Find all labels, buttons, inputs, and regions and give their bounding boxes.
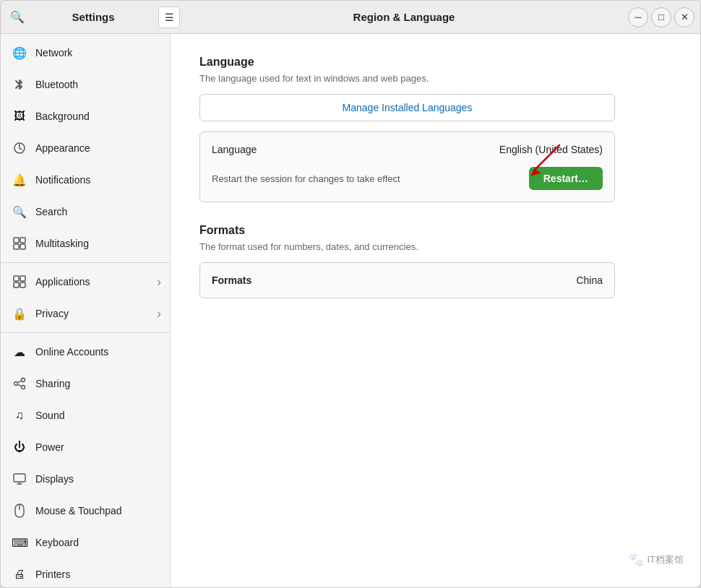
svg-point-11 — [22, 386, 25, 389]
language-section-desc: The language used for text in windows an… — [199, 73, 671, 84]
sidebar-item-search[interactable]: 🔍 Search — [1, 196, 170, 228]
sidebar-label-keyboard: Keyboard — [35, 537, 79, 548]
printers-icon: 🖨 — [12, 567, 27, 581]
keyboard-icon: ⌨ — [12, 535, 27, 550]
titlebar-center: Region & Language — [180, 11, 628, 23]
sidebar-label-appearance: Appearance — [35, 142, 90, 154]
sharing-icon — [12, 376, 27, 391]
sidebar-label-power: Power — [35, 441, 64, 453]
notifications-icon: 🔔 — [12, 173, 27, 187]
menu-icon: ☰ — [165, 12, 174, 23]
close-button[interactable]: ✕ — [674, 7, 694, 27]
sidebar-label-search: Search — [35, 206, 67, 217]
formats-section-desc: The format used for numbers, dates, and … — [199, 241, 671, 252]
language-section-title: Language — [199, 56, 671, 69]
main-area: 🌐 Network Bluetooth 🖼 Background — [1, 34, 700, 587]
sidebar: 🌐 Network Bluetooth 🖼 Background — [1, 34, 171, 587]
sidebar-item-notifications[interactable]: 🔔 Notifications — [1, 164, 170, 196]
sidebar-item-privacy[interactable]: 🔒 Privacy — [1, 298, 170, 329]
settings-title-label: Settings — [33, 11, 154, 23]
svg-rect-2 — [20, 238, 25, 243]
svg-rect-3 — [14, 244, 19, 249]
formats-row-value: China — [576, 274, 603, 286]
bluetooth-icon — [12, 77, 27, 92]
applications-icon — [12, 274, 27, 289]
close-icon: ✕ — [681, 12, 689, 22]
sidebar-item-sound[interactable]: ♫ Sound — [1, 399, 170, 431]
background-icon: 🖼 — [12, 109, 27, 124]
sidebar-divider-1 — [1, 262, 170, 263]
sidebar-item-power[interactable]: ⏻ Power — [1, 431, 170, 463]
svg-rect-14 — [14, 474, 25, 482]
titlebar-right: ─ □ ✕ — [628, 7, 694, 27]
content-area: Language The language used for text in w… — [171, 34, 700, 587]
restart-row: Restart the session for changes to take … — [212, 167, 603, 190]
manage-languages-button[interactable]: Manage Installed Languages — [199, 94, 615, 121]
svg-rect-5 — [14, 276, 19, 281]
sidebar-item-multitasking[interactable]: Multitasking — [1, 228, 170, 259]
search-icon: 🔍 — [10, 10, 25, 24]
formats-row: Formats China — [212, 274, 603, 286]
appearance-icon — [12, 141, 27, 155]
sidebar-label-applications: Applications — [35, 276, 90, 287]
svg-rect-4 — [20, 244, 25, 249]
sidebar-label-printers: Printers — [35, 568, 70, 580]
sidebar-item-background[interactable]: 🖼 Background — [1, 100, 170, 132]
language-row-value: English (United States) — [499, 144, 603, 155]
svg-rect-6 — [20, 276, 25, 281]
online-accounts-icon: ☁ — [12, 345, 27, 359]
sidebar-item-mouse-touchpad[interactable]: Mouse & Touchpad — [1, 495, 170, 527]
sidebar-item-displays[interactable]: Displays — [1, 463, 170, 495]
sidebar-label-bluetooth: Bluetooth — [35, 79, 78, 90]
sidebar-label-online-accounts: Online Accounts — [35, 346, 108, 358]
minimize-icon: ─ — [635, 12, 641, 22]
titlebar: 🔍 Settings ☰ Region & Language ─ □ ✕ — [1, 1, 700, 34]
sidebar-label-sound: Sound — [35, 410, 64, 421]
language-row-label: Language — [212, 144, 257, 155]
svg-rect-7 — [14, 282, 19, 287]
sidebar-label-multitasking: Multitasking — [35, 238, 89, 249]
minimize-button[interactable]: ─ — [628, 7, 648, 27]
settings-window: 🔍 Settings ☰ Region & Language ─ □ ✕ — [0, 0, 701, 588]
sidebar-item-appearance[interactable]: Appearance — [1, 132, 170, 164]
formats-section-title: Formats — [199, 224, 671, 237]
sidebar-item-keyboard[interactable]: ⌨ Keyboard — [1, 527, 170, 558]
formats-row-label: Formats — [212, 274, 251, 286]
sidebar-label-privacy: Privacy — [35, 308, 69, 319]
power-icon: ⏻ — [12, 440, 27, 454]
formats-box: Formats China — [199, 262, 615, 298]
svg-line-13 — [17, 384, 22, 386]
sidebar-label-notifications: Notifications — [35, 174, 90, 186]
svg-rect-8 — [20, 282, 25, 287]
maximize-button[interactable]: □ — [651, 7, 671, 27]
maximize-icon: □ — [658, 12, 664, 22]
svg-point-10 — [14, 382, 18, 386]
privacy-icon: 🔒 — [12, 306, 27, 321]
svg-point-9 — [22, 379, 25, 382]
sidebar-label-network: Network — [35, 47, 72, 59]
sidebar-label-sharing: Sharing — [35, 378, 70, 389]
menu-button[interactable]: ☰ — [158, 7, 180, 28]
search-sidebar-icon: 🔍 — [12, 204, 27, 219]
mouse-icon — [12, 503, 27, 518]
sidebar-label-displays: Displays — [35, 473, 74, 485]
language-row: Language English (United States) — [212, 144, 603, 155]
sidebar-item-bluetooth[interactable]: Bluetooth — [1, 69, 170, 100]
sidebar-divider-2 — [1, 332, 170, 333]
search-button[interactable]: 🔍 — [7, 7, 28, 28]
restart-desc: Restart the session for changes to take … — [212, 173, 400, 184]
sidebar-label-mouse-touchpad: Mouse & Touchpad — [35, 505, 122, 516]
network-icon: 🌐 — [12, 46, 27, 60]
sound-icon: ♫ — [12, 408, 27, 423]
sidebar-item-network[interactable]: 🌐 Network — [1, 37, 170, 69]
restart-button[interactable]: Restart… — [529, 167, 603, 190]
sidebar-item-applications[interactable]: Applications — [1, 266, 170, 298]
svg-line-12 — [17, 381, 22, 383]
titlebar-left: 🔍 Settings ☰ — [7, 7, 180, 28]
window-title: Region & Language — [353, 11, 455, 23]
sidebar-item-sharing[interactable]: Sharing — [1, 368, 170, 399]
multitasking-icon — [12, 236, 27, 251]
sidebar-item-printers[interactable]: 🖨 Printers — [1, 558, 170, 587]
displays-icon — [12, 472, 27, 486]
sidebar-item-online-accounts[interactable]: ☁ Online Accounts — [1, 336, 170, 368]
